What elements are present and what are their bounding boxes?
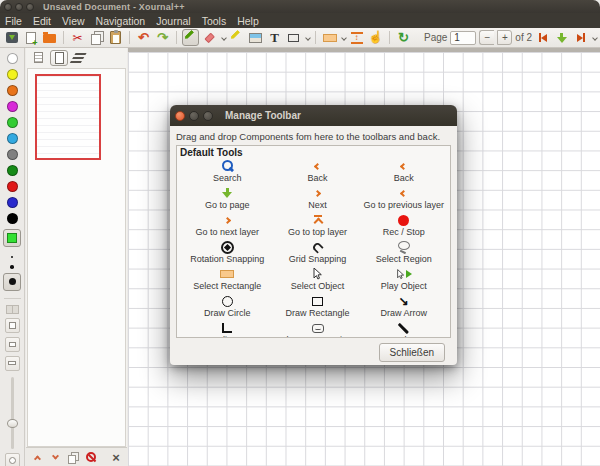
refresh-button[interactable]: ↻ xyxy=(395,29,412,46)
color-swatch-white[interactable] xyxy=(7,53,18,64)
tool-draw-circle[interactable]: Draw Circle xyxy=(179,294,276,321)
selection-dropdown-chevron-icon[interactable] xyxy=(341,35,347,41)
tool-back[interactable]: Back xyxy=(276,159,360,186)
page-thumbnail-selected[interactable] xyxy=(35,74,101,160)
copy-button[interactable] xyxy=(88,29,105,46)
color-swatch-darkgreen[interactable] xyxy=(7,165,18,176)
zoom-slider[interactable] xyxy=(5,377,20,449)
window-minimize-button[interactable] xyxy=(15,3,23,11)
select-rectangle-tool-button[interactable] xyxy=(321,29,338,46)
vertical-space-icon: ↕ xyxy=(351,32,363,44)
tool-rec-stop[interactable]: Rec / Stop xyxy=(360,213,448,240)
current-color-button[interactable] xyxy=(3,229,21,247)
redo-button[interactable]: ↷ xyxy=(154,29,171,46)
hand-tool-button[interactable]: ☝ xyxy=(367,29,384,46)
menu-journal[interactable]: Journal xyxy=(156,15,190,27)
tool-go-to-page[interactable]: Go to page xyxy=(179,186,276,213)
shape-recognizer-icon xyxy=(312,324,324,333)
color-swatch-yellow[interactable] xyxy=(7,69,18,80)
delete-page-button[interactable] xyxy=(83,450,99,465)
tool-select-object[interactable]: Select Object xyxy=(276,267,360,294)
image-tool-button[interactable] xyxy=(247,29,264,46)
color-swatch-black[interactable] xyxy=(7,213,18,224)
thickness-thick-button[interactable] xyxy=(3,273,21,291)
shape-tool-button[interactable] xyxy=(285,29,302,46)
new-document-button[interactable] xyxy=(22,29,39,46)
zoom-reset-button[interactable] xyxy=(5,453,20,466)
color-swatch-blue[interactable] xyxy=(7,197,18,208)
tool-ruler[interactable]: Ruler xyxy=(360,321,448,338)
zoom-fit-button[interactable] xyxy=(5,337,20,352)
dialog-close-button[interactable] xyxy=(175,111,185,121)
open-button[interactable] xyxy=(41,29,58,46)
color-swatch-green[interactable] xyxy=(7,117,18,128)
move-page-up-button[interactable] xyxy=(29,450,45,465)
tool-draw-arrow[interactable]: ↘ Draw Arrow xyxy=(360,294,448,321)
menu-file[interactable]: File xyxy=(5,15,22,27)
vertical-space-tool-button[interactable]: ↕ xyxy=(348,29,365,46)
tab-layers[interactable] xyxy=(71,50,89,66)
tool-grid-snapping[interactable]: Grid Snapping xyxy=(276,240,360,267)
color-swatch-magenta[interactable] xyxy=(7,101,18,112)
thickness-fine-button[interactable] xyxy=(11,256,13,258)
tool-select-rectangle[interactable]: Select Rectangle xyxy=(179,267,276,294)
thickness-medium-button[interactable] xyxy=(10,265,14,269)
tool-select-region[interactable]: Select Region xyxy=(360,240,448,267)
zoom-100-button[interactable] xyxy=(5,356,20,371)
menu-edit[interactable]: Edit xyxy=(33,15,51,27)
dialog-titlebar[interactable]: Manage Toolbar xyxy=(170,105,457,126)
color-swatch-lightblue[interactable] xyxy=(7,133,18,144)
menu-tools[interactable]: Tools xyxy=(202,15,227,27)
tab-contents[interactable] xyxy=(29,50,47,66)
window-maximize-button[interactable] xyxy=(26,3,34,11)
tool-search[interactable]: Search xyxy=(179,159,276,186)
dialog-description: Drag and drop Components fom here to the… xyxy=(176,131,451,142)
copy-page-button[interactable] xyxy=(65,450,81,465)
tab-page-preview[interactable] xyxy=(50,50,68,66)
tool-draw-coordinate-system[interactable]: Draw coordinate system xyxy=(179,321,276,338)
tool-rotation-snapping[interactable]: Rotation Snapping xyxy=(179,240,276,267)
eraser-tool-button[interactable] xyxy=(201,29,218,46)
zoom-slider-handle[interactable] xyxy=(7,419,18,428)
last-page-button[interactable] xyxy=(572,29,589,46)
eraser-dropdown-chevron-icon[interactable] xyxy=(221,35,227,41)
chevron-down-icon xyxy=(51,452,58,459)
grid-snapping-icon xyxy=(311,241,324,254)
tool-shape-recognizer[interactable]: Shape Recognizer xyxy=(276,321,360,338)
paste-button[interactable] xyxy=(107,29,124,46)
goto-annotated-page-button[interactable] xyxy=(553,29,570,46)
menu-navigation[interactable]: Navigation xyxy=(96,15,146,27)
tool-next[interactable]: Next xyxy=(276,186,360,213)
first-page-button[interactable] xyxy=(534,29,551,46)
color-swatch-gray[interactable] xyxy=(7,149,18,160)
color-swatch-red[interactable] xyxy=(7,181,18,192)
tool-go-to-previous-layer[interactable]: Go to previous layer xyxy=(360,186,448,213)
color-swatch-orange[interactable] xyxy=(7,85,18,96)
page-increase-button[interactable]: + xyxy=(497,30,512,45)
tool-go-to-top-layer[interactable]: Go to top layer xyxy=(276,213,360,240)
dialog-maximize-button[interactable] xyxy=(203,111,213,121)
pen-tool-button[interactable] xyxy=(182,29,199,46)
menu-help[interactable]: Help xyxy=(237,15,259,27)
highlighter-tool-button[interactable] xyxy=(228,29,245,46)
shape-dropdown-chevron-icon[interactable] xyxy=(305,35,311,41)
undo-button[interactable]: ↶ xyxy=(135,29,152,46)
menu-view[interactable]: View xyxy=(62,15,85,27)
tool-draw-rectangle[interactable]: Draw Rectangle xyxy=(276,294,360,321)
schliessen-button[interactable]: Schließen xyxy=(379,343,445,362)
cut-button[interactable]: ✂ xyxy=(69,29,86,46)
text-tool-button[interactable]: T xyxy=(266,29,283,46)
move-page-down-button[interactable] xyxy=(47,450,63,465)
close-sidebar-button[interactable]: × xyxy=(108,450,124,465)
page-number-input[interactable] xyxy=(450,31,476,45)
page-decrease-button[interactable]: − xyxy=(479,30,494,45)
draw-coordinate-system-icon xyxy=(222,323,232,333)
dialog-minimize-button[interactable] xyxy=(189,111,199,121)
tool-back-2[interactable]: Back xyxy=(360,159,448,186)
window-close-button[interactable] xyxy=(4,3,12,11)
presentation-mode-button[interactable] xyxy=(5,318,20,333)
tool-go-to-next-layer[interactable]: Go to next layer xyxy=(179,213,276,240)
toolbar-overflow-chevron-icon[interactable] xyxy=(592,35,598,41)
save-button[interactable] xyxy=(3,29,20,46)
tool-play-object[interactable]: Play Object xyxy=(360,267,448,294)
